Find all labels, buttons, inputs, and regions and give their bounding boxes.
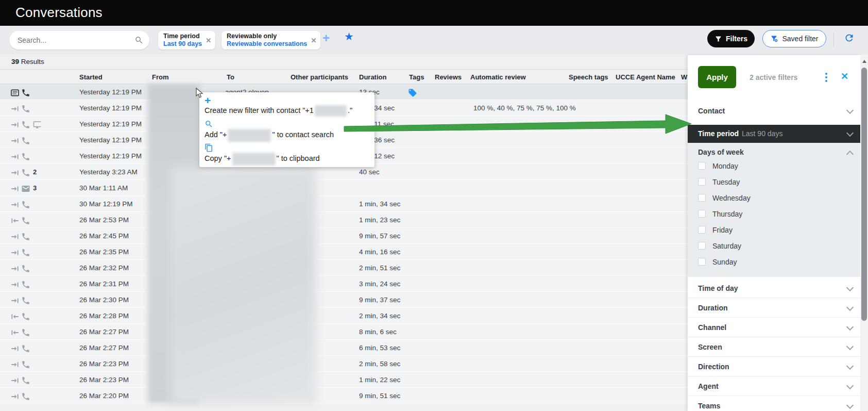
filter-section-contact[interactable]: Contact bbox=[688, 96, 860, 125]
checkbox-label: Monday bbox=[712, 162, 738, 170]
phone-icon bbox=[21, 264, 30, 273]
checkbox-icon[interactable] bbox=[698, 242, 706, 250]
column-header[interactable]: Speech tags bbox=[569, 73, 608, 81]
column-header[interactable]: Automatic review bbox=[470, 73, 526, 81]
filter-section-agent[interactable]: Agent bbox=[688, 376, 860, 396]
phone-icon bbox=[21, 312, 30, 321]
phone-icon bbox=[21, 152, 30, 161]
filter-section-screen[interactable]: Screen bbox=[688, 337, 860, 357]
cell-duration: 9 min, 51 sec bbox=[359, 392, 400, 400]
close-panel-icon[interactable]: ✕ bbox=[841, 71, 848, 82]
checkbox-icon[interactable] bbox=[698, 210, 706, 218]
filters-panel: Apply 2 active filters ✕ Contact Time pe… bbox=[688, 55, 860, 411]
search-box[interactable] bbox=[9, 31, 149, 50]
chevron-down-icon bbox=[847, 383, 853, 389]
column-header[interactable]: From bbox=[152, 73, 169, 81]
column-header[interactable]: Started bbox=[79, 73, 103, 81]
refresh-icon[interactable] bbox=[844, 32, 855, 43]
filter-section-channel[interactable]: Channel bbox=[688, 318, 860, 337]
phone-icon bbox=[21, 232, 30, 241]
inbound-arrow-icon bbox=[10, 392, 20, 401]
checkbox-icon[interactable] bbox=[698, 226, 706, 234]
checkbox-icon[interactable] bbox=[698, 258, 706, 266]
add-filter-plus-icon[interactable]: + bbox=[319, 31, 333, 45]
outbound-arrow-icon bbox=[10, 216, 20, 225]
filter-section-days-of-week: Days of week MondayTuesdayWednesdayThurs… bbox=[688, 143, 860, 277]
search-input[interactable] bbox=[18, 31, 131, 50]
filter-chip-time-period[interactable]: Time period Last 90 days ✕ bbox=[158, 31, 215, 50]
chevron-down-icon bbox=[847, 305, 853, 310]
column-header[interactable]: UCCE Agent Name bbox=[616, 73, 675, 81]
filter-section-direction[interactable]: Direction bbox=[688, 357, 860, 376]
scrollbar-up-arrow-icon[interactable] bbox=[862, 60, 866, 63]
checkbox-label: Sunday bbox=[712, 258, 737, 266]
section-label: Teams bbox=[698, 402, 720, 410]
context-menu-item[interactable]: Copy "+" to clipboard bbox=[205, 143, 375, 167]
cell-started: 30 Mar 12:19 PM bbox=[79, 200, 133, 208]
checkbox-icon[interactable] bbox=[698, 178, 706, 186]
toolbar: Time period Last 90 days ✕ Reviewable on… bbox=[0, 26, 868, 55]
column-header[interactable]: To bbox=[227, 73, 234, 81]
inbound-arrow-icon bbox=[10, 248, 20, 257]
checkbox-row-wednesday[interactable]: Wednesday bbox=[688, 190, 860, 206]
filter-chip-reviewable-only[interactable]: Reviewable only Reviewable conversations… bbox=[222, 31, 320, 50]
cell-started: 26 Mar 2:53 PM bbox=[79, 216, 129, 224]
checkbox-label: Thursday bbox=[712, 210, 742, 218]
checkbox-label: Saturday bbox=[712, 242, 741, 250]
column-header[interactable]: Other participants bbox=[291, 73, 348, 81]
filter-section-teams[interactable]: Teams bbox=[688, 396, 860, 411]
section-label: Agent bbox=[698, 382, 719, 390]
scrollbar-thumb[interactable] bbox=[861, 68, 867, 321]
checkbox-row-friday[interactable]: Friday bbox=[688, 222, 860, 238]
conversation-count: 3 bbox=[33, 184, 37, 192]
funnel-plus-icon bbox=[770, 35, 778, 42]
cell-started: 26 Mar 2:20 PM bbox=[79, 392, 129, 400]
filter-section-time-period[interactable]: Time period Last 90 days bbox=[688, 125, 860, 143]
active-filters-count: 2 active filters bbox=[750, 73, 797, 81]
conversation-count: 2 bbox=[33, 168, 37, 176]
star-icon[interactable]: ★ bbox=[344, 30, 354, 43]
search-icon bbox=[134, 36, 144, 45]
chevron-down-icon bbox=[847, 364, 853, 369]
saved-filter-button[interactable]: Saved filter bbox=[762, 30, 826, 47]
kebab-menu-icon[interactable] bbox=[822, 71, 831, 84]
cell-started: 26 Mar 2:35 PM bbox=[79, 248, 129, 256]
filter-section-duration[interactable]: Duration bbox=[688, 298, 860, 318]
toolbar-divider bbox=[833, 32, 834, 47]
inbound-arrow-icon bbox=[10, 296, 20, 305]
context-menu-item[interactable]: Add "+" to contact search bbox=[205, 120, 375, 143]
cell-started: 26 Mar 2:31 PM bbox=[79, 280, 129, 288]
column-header[interactable]: W bbox=[681, 73, 687, 81]
column-header[interactable]: Tags bbox=[409, 73, 424, 81]
filters-button[interactable]: Filters bbox=[707, 30, 755, 47]
tag-icon bbox=[408, 88, 417, 97]
phone-icon bbox=[21, 376, 30, 385]
phone-icon bbox=[21, 392, 30, 401]
checkbox-row-thursday[interactable]: Thursday bbox=[688, 206, 860, 222]
checkbox-row-tuesday[interactable]: Tuesday bbox=[688, 174, 860, 190]
cell-started: Yesterday 12:19 PM bbox=[79, 152, 142, 160]
phone-icon bbox=[21, 104, 30, 113]
filter-section-time-of-day[interactable]: Time of day bbox=[688, 278, 860, 298]
context-menu-item[interactable]: +Create new filter with contact "+1." bbox=[205, 96, 375, 120]
inbound-arrow-icon bbox=[10, 344, 20, 353]
checkbox-icon[interactable] bbox=[698, 194, 706, 202]
column-header[interactable]: Reviews bbox=[435, 73, 462, 81]
redacted-phone-number bbox=[232, 153, 276, 166]
section-label[interactable]: Days of week bbox=[698, 148, 744, 156]
phone-icon bbox=[21, 360, 30, 369]
vertical-scrollbar[interactable] bbox=[860, 55, 868, 411]
checkbox-row-monday[interactable]: Monday bbox=[688, 158, 860, 174]
checkbox-row-saturday[interactable]: Saturday bbox=[688, 238, 860, 254]
close-icon[interactable]: ✕ bbox=[206, 37, 211, 44]
cell-started: Yesterday 3:23 AM bbox=[79, 168, 138, 176]
checkbox-row-sunday[interactable]: Sunday bbox=[688, 254, 860, 270]
conversations-app: Conversations Time period Last 90 days ✕… bbox=[0, 0, 868, 411]
apply-button[interactable]: Apply bbox=[698, 66, 736, 88]
redacted-phone-number bbox=[228, 129, 271, 142]
checkbox-icon[interactable] bbox=[698, 162, 706, 170]
close-icon[interactable]: ✕ bbox=[311, 37, 316, 44]
cell-duration: 2 min, 58 sec bbox=[359, 360, 400, 368]
column-header[interactable]: Duration bbox=[359, 73, 386, 81]
chip-label: Time period bbox=[163, 32, 202, 40]
